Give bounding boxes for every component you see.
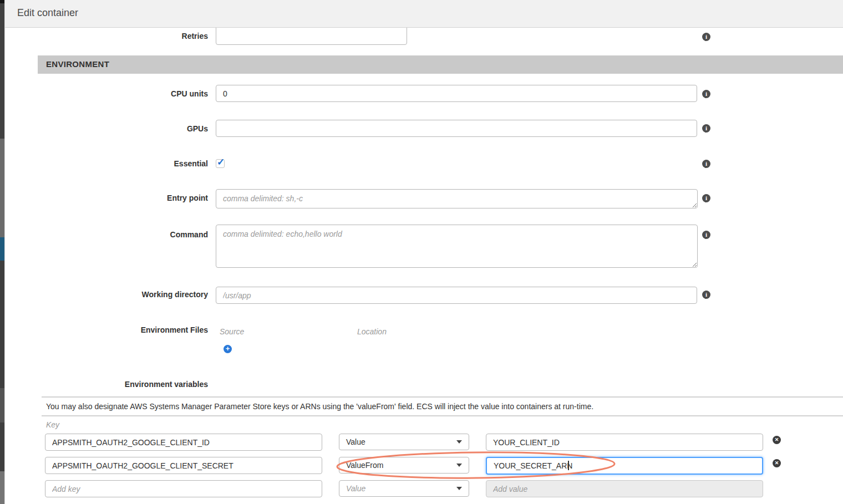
environment-variables-label: Environment variables	[5, 380, 208, 389]
cpu-units-label: CPU units	[5, 89, 208, 98]
info-icon[interactable]: i	[702, 160, 710, 168]
env-var-key-input[interactable]	[45, 457, 322, 474]
key-column-header: Key	[46, 420, 59, 429]
env-var-type-dropdown[interactable]: ValueFrom	[339, 457, 469, 474]
background-page-edge	[0, 3, 4, 139]
env-vars-note: You may also designate AWS Systems Manag…	[46, 402, 593, 411]
env-var-value-input-focused[interactable]	[486, 457, 763, 475]
environment-section-title: ENVIRONMENT	[46, 59, 109, 69]
command-label: Command	[5, 230, 208, 239]
background-page-edge	[0, 422, 4, 471]
dropdown-selected-label: Value	[346, 484, 365, 493]
plus-icon: +	[226, 344, 230, 353]
env-var-key-input[interactable]	[45, 434, 322, 451]
remove-icon: ✕	[775, 460, 779, 466]
divider	[42, 396, 843, 398]
dropdown-selected-label: ValueFrom	[346, 461, 383, 470]
background-page-edge	[0, 388, 4, 422]
working-directory-label: Working directory	[5, 290, 208, 299]
essential-label: Essential	[5, 159, 208, 168]
chevron-down-icon	[456, 440, 462, 444]
edit-container-screen: Edit container Retries i ENVIRONMENT CPU…	[0, 0, 843, 504]
env-var-type-dropdown[interactable]: Value	[339, 480, 469, 497]
environment-section-header: ENVIRONMENT	[38, 55, 843, 74]
edit-container-modal: Edit container Retries i ENVIRONMENT CPU…	[4, 0, 843, 504]
checkmark-icon: ✓	[217, 156, 225, 168]
info-icon[interactable]: i	[702, 33, 710, 41]
env-files-location-header: Location	[357, 327, 387, 336]
background-page-edge	[0, 139, 4, 237]
info-icon[interactable]: i	[702, 124, 710, 133]
info-icon[interactable]: i	[702, 90, 710, 98]
env-var-key-input[interactable]	[45, 480, 322, 497]
remove-icon: ✕	[775, 437, 779, 442]
gpus-label: GPUs	[5, 124, 208, 133]
chevron-down-icon	[456, 487, 462, 490]
entry-point-label: Entry point	[5, 194, 208, 202]
env-var-type-dropdown[interactable]: Value	[339, 434, 469, 450]
gpus-input[interactable]	[216, 120, 697, 137]
env-files-source-header: Source	[220, 327, 244, 336]
chevron-down-icon	[456, 464, 462, 467]
background-page-edge-selected-step	[0, 237, 4, 261]
modal-header: Edit container	[5, 0, 843, 28]
divider	[42, 415, 843, 416]
add-environment-file-button[interactable]: +	[224, 345, 232, 353]
essential-checkbox[interactable]: ✓	[216, 159, 225, 168]
dropdown-selected-label: Value	[346, 437, 365, 446]
modal-title: Edit container	[17, 7, 78, 19]
command-input[interactable]	[216, 225, 698, 268]
environment-files-label: Environment Files	[5, 325, 208, 334]
remove-row-button[interactable]: ✕	[773, 436, 781, 444]
info-icon[interactable]: i	[702, 291, 710, 299]
env-var-value-input-disabled	[486, 480, 763, 497]
remove-row-button[interactable]: ✕	[773, 459, 781, 467]
cpu-units-input[interactable]	[216, 85, 697, 102]
background-page-edge	[0, 471, 4, 504]
retries-label: Retries	[5, 32, 208, 40]
entry-point-input[interactable]	[216, 189, 698, 208]
env-var-value-input[interactable]	[486, 434, 763, 451]
text-cursor	[568, 461, 569, 470]
info-icon[interactable]: i	[702, 231, 710, 239]
background-page-edge	[0, 261, 4, 388]
working-directory-input[interactable]	[216, 287, 697, 304]
info-icon[interactable]: i	[702, 194, 710, 202]
